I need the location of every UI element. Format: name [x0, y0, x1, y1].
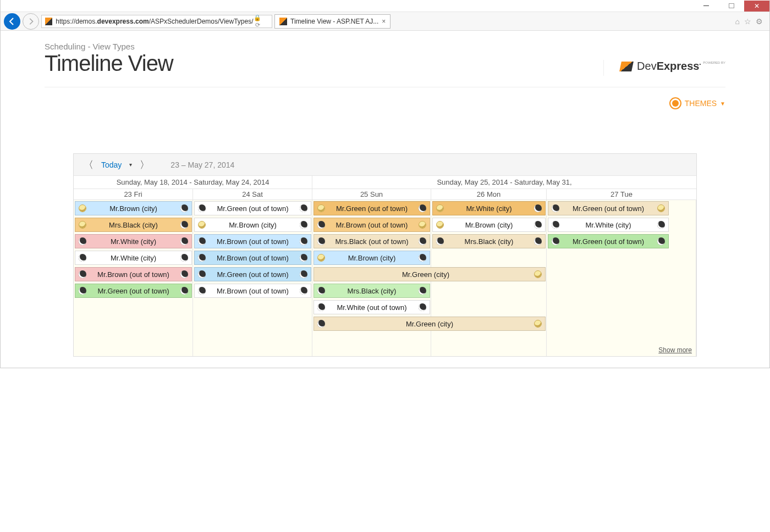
- appointment-label: Mrs.Black (city): [444, 237, 534, 246]
- appointment[interactable]: Mr.Brown (city): [194, 218, 311, 232]
- back-button[interactable]: [4, 13, 20, 30]
- clock-icon: [79, 254, 86, 262]
- appointment[interactable]: Mr.White (city): [75, 251, 192, 265]
- url-text: https://demos.devexpress.com/ASPxSchedul…: [56, 18, 253, 25]
- clock-icon: [79, 270, 86, 278]
- clock-icon: [180, 221, 188, 229]
- day-header[interactable]: 27 Tue: [547, 189, 696, 199]
- themes-label: THEMES: [685, 99, 717, 108]
- appointment[interactable]: Mr.Brown (city): [432, 218, 546, 232]
- clock-icon: [552, 204, 559, 212]
- clock-icon: [534, 221, 542, 229]
- appointment-label: Mr.Green (out of town): [206, 204, 300, 213]
- appointment[interactable]: Mrs.Black (out of town): [314, 234, 430, 248]
- clock-icon: [317, 287, 325, 295]
- appointment-label: Mr.Green (out of town): [325, 204, 419, 213]
- appointment[interactable]: Mr.White (out of town): [314, 300, 430, 314]
- week-header: Sunday, May 25, 2014 - Saturday, May 31,: [312, 176, 696, 189]
- tab-close-icon[interactable]: ×: [382, 18, 386, 25]
- appointment[interactable]: Mr.Green (out of town): [75, 284, 192, 298]
- scheduler-grid[interactable]: Mr.Brown (city)Mr.Green (out of town)Mr.…: [74, 200, 696, 356]
- clock-icon: [180, 237, 188, 245]
- day-header-row: 23 Fri 24 Sat 25 Sun 26 Mon 27 Tue: [74, 189, 696, 200]
- minimize-button[interactable]: [694, 1, 719, 12]
- appointment-label: Mr.Brown (out of town): [206, 287, 300, 295]
- appointment[interactable]: Mr.Brown (city): [314, 251, 430, 265]
- clock-icon: [300, 287, 307, 295]
- clock-icon: [180, 204, 188, 212]
- appointment[interactable]: Mrs.Black (city): [75, 218, 192, 232]
- settings-gear-icon[interactable]: ⚙: [756, 17, 763, 26]
- appointment-label: Mrs.Black (city): [325, 287, 419, 295]
- appointment[interactable]: Mr.Green (out of town): [548, 201, 669, 215]
- clock-icon: [317, 237, 325, 245]
- prev-button[interactable]: 〈: [84, 158, 94, 171]
- clock-icon: [79, 221, 86, 229]
- clock-icon: [657, 221, 665, 229]
- appointment[interactable]: Mr.Brown (out of town): [75, 267, 192, 281]
- favorites-icon[interactable]: ☆: [744, 17, 751, 26]
- clock-icon: [180, 270, 188, 278]
- appointment[interactable]: Mr.Green (out of town): [194, 267, 311, 281]
- appointment-label: Mr.Green (city): [325, 320, 534, 328]
- appointment[interactable]: Mr.Brown (city): [75, 201, 192, 215]
- today-dropdown-icon[interactable]: ▾: [129, 162, 132, 168]
- clock-icon: [180, 254, 188, 262]
- appointment[interactable]: Mr.Green (city): [314, 317, 546, 331]
- day-header[interactable]: 23 Fri: [74, 189, 193, 199]
- url-field[interactable]: https://demos.devexpress.com/ASPxSchedul…: [41, 15, 272, 28]
- maximize-button[interactable]: [719, 3, 744, 8]
- browser-tab[interactable]: Timeline View - ASP.NET AJ... ×: [274, 14, 391, 29]
- appointment[interactable]: Mr.Brown (out of town): [194, 284, 311, 298]
- show-more-link[interactable]: Show more: [658, 346, 692, 354]
- logo-icon: [619, 62, 634, 71]
- address-bar: https://demos.devexpress.com/ASPxSchedul…: [1, 12, 769, 31]
- clock-icon: [419, 204, 426, 212]
- clock-icon: [317, 204, 325, 212]
- appointment[interactable]: Mr.Brown (out of town): [194, 234, 311, 248]
- appointment[interactable]: Mrs.Black (city): [314, 284, 430, 298]
- clock-icon: [657, 204, 665, 212]
- appointment[interactable]: Mr.Brown (out of town): [314, 218, 430, 232]
- appointment[interactable]: Mr.White (city): [432, 201, 546, 215]
- appointment[interactable]: Mr.White (city): [548, 218, 669, 232]
- window-titlebar: ✕: [1, 0, 769, 12]
- appointment-label: Mr.Brown (city): [325, 254, 419, 262]
- clock-icon: [79, 287, 86, 295]
- week-header: Sunday, May 18, 2014 - Saturday, May 24,…: [74, 176, 312, 189]
- appointment-label: Mr.Green (out of town): [206, 270, 300, 279]
- day-header[interactable]: 25 Sun: [312, 189, 431, 199]
- clock-icon: [436, 204, 444, 212]
- clock-icon: [300, 204, 307, 212]
- appointment[interactable]: Mr.White (city): [75, 234, 192, 248]
- close-button[interactable]: ✕: [744, 1, 769, 12]
- week-header-row: Sunday, May 18, 2014 - Saturday, May 24,…: [74, 176, 696, 189]
- clock-icon: [534, 270, 542, 278]
- clock-icon: [436, 237, 444, 245]
- appointment-label: Mr.Green (out of town): [559, 237, 657, 246]
- favicon-icon: [45, 18, 52, 25]
- appointment[interactable]: Mr.Brown (out of town): [194, 251, 311, 265]
- clock-icon: [198, 287, 206, 295]
- clock-icon: [657, 237, 665, 245]
- appointment[interactable]: Mr.Green (out of town): [548, 234, 669, 248]
- appointment[interactable]: Mrs.Black (city): [432, 234, 546, 248]
- clock-icon: [300, 270, 307, 278]
- themes-dropdown[interactable]: THEMES ▼: [669, 97, 725, 109]
- clock-icon: [534, 204, 542, 212]
- appointment[interactable]: Mr.Green (out of town): [194, 201, 311, 215]
- clock-icon: [198, 204, 206, 212]
- today-button[interactable]: Today: [101, 160, 122, 169]
- clock-icon: [436, 221, 444, 229]
- appointment-label: Mr.Brown (city): [444, 221, 534, 229]
- home-icon[interactable]: ⌂: [735, 17, 740, 26]
- day-header[interactable]: 26 Mon: [431, 189, 547, 199]
- day-header[interactable]: 24 Sat: [193, 189, 312, 199]
- tab-favicon-icon: [279, 18, 287, 25]
- appointment[interactable]: Mr.Green (city): [314, 267, 546, 281]
- next-button[interactable]: 〉: [140, 158, 150, 171]
- forward-button[interactable]: [23, 13, 39, 30]
- appointment-label: Mr.Green (out of town): [559, 204, 657, 213]
- appointment[interactable]: Mr.Green (out of town): [314, 201, 430, 215]
- clock-icon: [79, 237, 86, 245]
